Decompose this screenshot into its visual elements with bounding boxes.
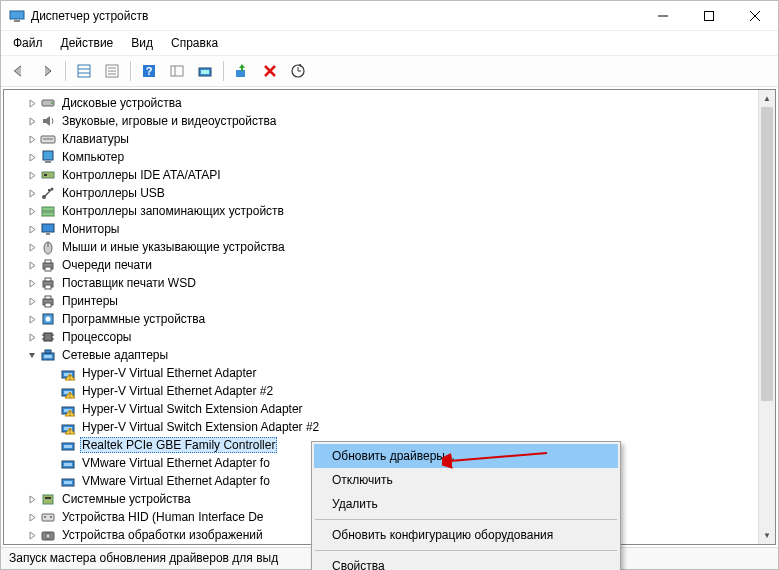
expand-icon[interactable] xyxy=(24,203,40,219)
expander-spacer xyxy=(44,365,60,381)
expander-spacer xyxy=(44,401,60,417)
tree-node-label: Контроллеры USB xyxy=(60,186,167,200)
maximize-button[interactable] xyxy=(686,1,732,31)
tree-node-label: Мониторы xyxy=(60,222,121,236)
vertical-scrollbar[interactable]: ▲ ▼ xyxy=(758,90,775,544)
expand-icon[interactable] xyxy=(24,509,40,525)
tree-node[interactable]: !Hyper-V Virtual Ethernet Adapter xyxy=(4,364,758,382)
tree-node[interactable]: !Hyper-V Virtual Switch Extension Adapte… xyxy=(4,400,758,418)
expand-icon[interactable] xyxy=(24,95,40,111)
tree-node[interactable]: Процессоры xyxy=(4,328,758,346)
tree-node-label: Мыши и иные указывающие устройства xyxy=(60,240,287,254)
scroll-thumb[interactable] xyxy=(761,107,773,401)
show-hide-tree-button[interactable] xyxy=(72,60,96,82)
tree-node[interactable]: Дисковые устройства xyxy=(4,94,758,112)
tree-node[interactable]: Программные устройства xyxy=(4,310,758,328)
collapse-icon[interactable] xyxy=(24,347,40,363)
back-button[interactable] xyxy=(7,60,31,82)
minimize-button[interactable] xyxy=(640,1,686,31)
expand-icon[interactable] xyxy=(24,113,40,129)
scan-button[interactable] xyxy=(193,60,217,82)
window-controls xyxy=(640,1,778,31)
expand-icon[interactable] xyxy=(24,257,40,273)
scroll-down-button[interactable]: ▼ xyxy=(759,527,775,544)
expand-icon[interactable] xyxy=(24,221,40,237)
svg-rect-33 xyxy=(42,207,54,211)
ctx-properties[interactable]: Свойства xyxy=(314,554,618,570)
svg-rect-34 xyxy=(42,212,54,216)
svg-rect-43 xyxy=(45,278,51,281)
device-manager-window: Диспетчер устройств Файл Действие Вид Сп… xyxy=(0,0,779,570)
svg-rect-25 xyxy=(43,151,53,160)
netwarn-icon: ! xyxy=(60,401,76,417)
tree-node[interactable]: Контроллеры IDE ATA/ATAPI xyxy=(4,166,758,184)
ctx-update-drivers[interactable]: Обновить драйверы... xyxy=(314,444,618,468)
svg-rect-15 xyxy=(171,66,183,76)
tree-node[interactable]: Звуковые, игровые и видеоустройства xyxy=(4,112,758,130)
tree-node-label: Очереди печати xyxy=(60,258,154,272)
tree-node-label: Hyper-V Virtual Ethernet Adapter #2 xyxy=(80,384,275,398)
expand-icon[interactable] xyxy=(24,293,40,309)
close-button[interactable] xyxy=(732,1,778,31)
update-driver-button[interactable] xyxy=(230,60,254,82)
tree-node-label: Устройства HID (Human Interface De xyxy=(60,510,266,524)
svg-text:!: ! xyxy=(69,374,71,381)
expand-icon[interactable] xyxy=(24,131,40,147)
tree-node-label: Системные устройства xyxy=(60,492,193,506)
tree-node[interactable]: Сетевые адаптеры xyxy=(4,346,758,364)
ctx-delete[interactable]: Удалить xyxy=(314,492,618,516)
expand-icon[interactable] xyxy=(24,185,40,201)
tree-node[interactable]: !Hyper-V Virtual Ethernet Adapter #2 xyxy=(4,382,758,400)
menu-view[interactable]: Вид xyxy=(123,33,161,53)
expand-icon[interactable] xyxy=(24,275,40,291)
tree-node[interactable]: Контроллеры запоминающих устройств xyxy=(4,202,758,220)
tree-node[interactable]: Мыши и иные указывающие устройства xyxy=(4,238,758,256)
svg-rect-28 xyxy=(44,174,47,176)
menu-action[interactable]: Действие xyxy=(53,33,122,53)
tree-node[interactable]: !Hyper-V Virtual Switch Extension Adapte… xyxy=(4,418,758,436)
tree-node[interactable]: Клавиатуры xyxy=(4,130,758,148)
svg-point-80 xyxy=(50,516,52,518)
tree-node-label: Принтеры xyxy=(60,294,120,308)
net-icon xyxy=(60,473,76,489)
net-icon xyxy=(60,455,76,471)
expand-icon[interactable] xyxy=(24,527,40,543)
properties-button[interactable] xyxy=(100,60,124,82)
tree-node[interactable]: Мониторы xyxy=(4,220,758,238)
tree-node[interactable]: Принтеры xyxy=(4,292,758,310)
svg-text:!: ! xyxy=(69,410,71,417)
expand-icon[interactable] xyxy=(24,149,40,165)
help-button[interactable]: ? xyxy=(137,60,161,82)
tree-node[interactable]: Очереди печати xyxy=(4,256,758,274)
svg-text:!: ! xyxy=(69,392,71,399)
tree-node[interactable]: Поставщик печати WSD xyxy=(4,274,758,292)
svg-rect-44 xyxy=(45,285,51,289)
svg-rect-35 xyxy=(42,224,54,232)
tree-node-label: Hyper-V Virtual Ethernet Adapter xyxy=(80,366,259,380)
scan-hardware-button[interactable] xyxy=(286,60,310,82)
tree-node-label: Контроллеры IDE ATA/ATAPI xyxy=(60,168,223,182)
expand-icon[interactable] xyxy=(24,167,40,183)
ctx-disable[interactable]: Отключить xyxy=(314,468,618,492)
tree-node-label: Компьютер xyxy=(60,150,126,164)
menu-file[interactable]: Файл xyxy=(5,33,51,53)
mouse-icon xyxy=(40,239,56,255)
tree-node[interactable]: Компьютер xyxy=(4,148,758,166)
scroll-track[interactable] xyxy=(759,107,775,527)
ctx-rescan[interactable]: Обновить конфигурацию оборудования xyxy=(314,523,618,547)
expand-icon[interactable] xyxy=(24,329,40,345)
expand-icon[interactable] xyxy=(24,311,40,327)
menu-help[interactable]: Справка xyxy=(163,33,226,53)
svg-point-22 xyxy=(51,102,53,104)
expand-icon[interactable] xyxy=(24,239,40,255)
view-button[interactable] xyxy=(165,60,189,82)
svg-rect-46 xyxy=(45,296,51,299)
forward-button[interactable] xyxy=(35,60,59,82)
uninstall-button[interactable] xyxy=(258,60,282,82)
scroll-up-button[interactable]: ▲ xyxy=(759,90,775,107)
expand-icon[interactable] xyxy=(24,491,40,507)
svg-rect-1 xyxy=(14,20,20,22)
tree-node-label: Звуковые, игровые и видеоустройства xyxy=(60,114,278,128)
tree-node[interactable]: Контроллеры USB xyxy=(4,184,758,202)
svg-rect-40 xyxy=(45,260,51,263)
